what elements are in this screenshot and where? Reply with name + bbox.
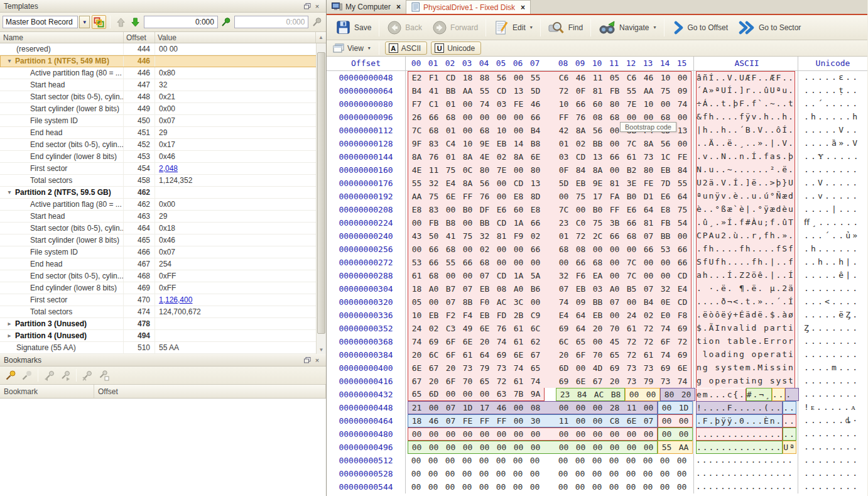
unicode-text[interactable]: .....V.. [798, 124, 867, 137]
hex-byte[interactable]: 00 [526, 455, 543, 467]
hex-byte[interactable]: 63 [493, 388, 510, 400]
hex-byte[interactable]: 1C [657, 151, 674, 163]
hex-byte[interactable]: 00 [674, 72, 691, 84]
hex-byte[interactable]: 46 [493, 402, 510, 414]
hex-byte[interactable]: E8 [527, 204, 544, 216]
hex-byte[interactable]: E6 [493, 204, 510, 216]
hex-byte[interactable]: 66 [425, 256, 442, 269]
hex-byte[interactable]: 00 [493, 428, 510, 441]
hex-byte[interactable]: FF [493, 415, 510, 427]
hex-byte[interactable]: 00 [459, 98, 476, 111]
hex-byte[interactable]: 00 [555, 441, 572, 454]
hex-byte[interactable]: 00 [510, 415, 527, 427]
ascii-text[interactable]: ah...Í.Z2öê.|..Í [696, 269, 795, 282]
ascii-text[interactable]: em...c{. [696, 389, 746, 402]
unicode-text[interactable]: .....ṭ.. [798, 84, 867, 97]
hex-byte[interactable]: 65 [572, 336, 589, 348]
hex-byte[interactable]: 07 [459, 283, 476, 295]
hex-byte[interactable]: 03 [493, 98, 510, 111]
edit-button[interactable]: Edit ▾ [489, 17, 538, 38]
hex-byte[interactable]: CD [510, 177, 527, 190]
hex-byte[interactable]: 00 [527, 428, 544, 441]
template-manager-button[interactable] [92, 15, 106, 29]
hex-byte[interactable]: 64 [476, 349, 493, 361]
hex-byte[interactable]: 8A [510, 151, 527, 163]
hex-byte[interactable]: 00 [606, 164, 623, 177]
template-row[interactable]: First sector4542,048 [0, 163, 326, 175]
unicode-text[interactable]: ........ [798, 480, 867, 493]
hex-byte[interactable]: 1A [510, 270, 527, 282]
hex-byte[interactable]: 00 [639, 468, 656, 480]
template-row[interactable]: Total sectors4581,124,352 [0, 175, 326, 187]
hex-byte[interactable]: 00 [657, 98, 674, 111]
ascii-text[interactable]: ....ð¬<.t.»..´.Í [696, 295, 795, 309]
hex-byte[interactable]: 73 [459, 362, 476, 375]
hex-byte[interactable]: 61 [623, 151, 640, 163]
hex-byte[interactable]: 42 [555, 124, 572, 137]
hex-byte[interactable]: 00 [459, 388, 476, 400]
hex-byte[interactable]: 07 [476, 270, 493, 282]
hex-byte[interactable]: EB [493, 138, 510, 150]
column-value[interactable]: Value [155, 32, 316, 43]
hex-byte[interactable]: 17 [476, 402, 493, 414]
hex-byte[interactable]: 5A [527, 270, 544, 282]
ascii-text[interactable]: .F.þÿÿ.0...Èn. [696, 414, 783, 427]
hex-byte[interactable]: 00 [656, 481, 673, 493]
remove-all-bookmarks-button[interactable] [96, 368, 111, 382]
hex-byte[interactable]: 8A [459, 151, 476, 163]
hex-byte[interactable]: 00 [425, 296, 442, 309]
hex-byte[interactable]: 01 [555, 230, 572, 243]
hex-byte[interactable]: 00 [605, 481, 622, 493]
hex-byte[interactable]: 00 [510, 72, 527, 84]
hex-byte[interactable]: 00 [622, 455, 639, 467]
hex-byte[interactable]: 8A [640, 138, 657, 150]
unicode-text[interactable]: ..´..... [798, 97, 867, 111]
hex-byte[interactable]: 3C [510, 296, 527, 309]
hex-byte[interactable]: 00 [492, 455, 509, 467]
back-button[interactable]: Back [382, 18, 427, 38]
hex-byte[interactable]: EB [572, 177, 589, 190]
hex-byte[interactable]: 66 [572, 256, 589, 269]
ascii-toggle[interactable]: A ASCII [385, 41, 427, 55]
hex-byte[interactable]: 64 [572, 309, 589, 322]
hex-byte[interactable]: 69 [493, 349, 510, 361]
hex-byte[interactable]: EB [657, 164, 674, 177]
hex-byte[interactable]: 7C [623, 270, 640, 282]
hex-byte[interactable]: 45 [606, 336, 623, 348]
hex-byte[interactable]: 08 [572, 243, 589, 256]
template-row[interactable]: ▸Partition 4 (Unused)494 [0, 330, 326, 342]
hex-byte[interactable]: 26 [408, 111, 425, 124]
hex-byte[interactable]: 00 [425, 455, 442, 467]
template-row[interactable]: Active partition flag (80 = ...4620x00 [0, 199, 326, 211]
template-row[interactable]: Total sectors474124,700,672 [0, 306, 326, 318]
unicode-text[interactable]: ....|... [798, 203, 867, 216]
unicode-text[interactable]: ....m... [798, 361, 867, 375]
unicode-text[interactable]: ..V..... [798, 177, 867, 190]
hex-byte[interactable]: 61 [640, 349, 657, 361]
hex-byte[interactable]: 0F [572, 85, 589, 97]
hex-byte[interactable]: A0 [510, 283, 527, 295]
hex-byte[interactable]: 6F [657, 336, 674, 348]
hex-byte[interactable]: 05 [606, 72, 623, 84]
hex-byte[interactable]: AA [675, 441, 692, 454]
hex-byte[interactable]: 00 [459, 243, 476, 256]
ascii-text[interactable]: loading operati [696, 348, 795, 361]
hex-byte[interactable]: 8B [623, 124, 640, 137]
hex-byte[interactable]: 23 [556, 389, 573, 401]
next-bookmark-button[interactable] [58, 368, 73, 382]
hex-byte[interactable]: 69 [674, 322, 691, 335]
hex-byte[interactable]: 00 [493, 111, 510, 124]
hex-byte[interactable]: 00 [640, 270, 657, 282]
ascii-text[interactable]: .fh....fh....fSf [696, 243, 795, 256]
hex-byte[interactable]: 70 [459, 375, 476, 388]
hex-byte[interactable]: 00 [606, 124, 623, 137]
hex-byte[interactable]: 00 [442, 481, 458, 493]
ascii-text[interactable]: ..Ä..ë.¸..».|.V. [696, 137, 795, 150]
ascii-text[interactable]: .û¸.»Í.f#Àu;f.ûT [696, 216, 795, 229]
column-bookmark-offset[interactable]: Offset [94, 385, 326, 398]
hex-byte[interactable]: 3E [623, 177, 640, 190]
hex-byte[interactable]: F9 [510, 230, 527, 243]
hex-byte[interactable]: 01 [442, 151, 459, 163]
hex-byte[interactable]: 00 [459, 124, 476, 137]
navigate-button[interactable]: Navigate ▾ [594, 18, 661, 38]
